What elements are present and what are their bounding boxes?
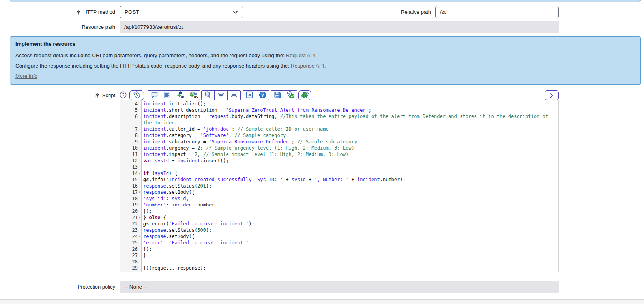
line-number: 11: [120, 151, 138, 158]
syntax-check-button[interactable]: [284, 90, 297, 100]
code-line-19: 19'number': incident.number: [120, 202, 558, 208]
code-text[interactable]: [142, 164, 552, 170]
line-number: 9: [120, 139, 138, 145]
line-number: 8: [120, 132, 138, 139]
script-code-editor[interactable]: 4incident.initialize();5incident.short_d…: [120, 100, 559, 272]
response-api-link[interactable]: Response API: [291, 63, 324, 69]
debug-button[interactable]: [298, 90, 311, 100]
more-info-link[interactable]: More info: [15, 73, 37, 79]
line-number: 15: [120, 176, 138, 183]
code-line-24: 24▾response.setBody({: [120, 233, 558, 240]
toolbar-button-group: [201, 90, 241, 100]
open-window-icon: [246, 91, 253, 99]
relative-path-label: Relative path: [316, 6, 431, 18]
code-text[interactable]: 'number': incident.number: [142, 202, 552, 208]
http-method-select[interactable]: POST: [120, 6, 243, 18]
code-line-11: 11incident.impact = 2; // Sample impact …: [120, 151, 558, 158]
code-text[interactable]: } else {: [142, 214, 552, 221]
code-line-25: 25'error': 'Failed to create incident.': [120, 240, 558, 246]
code-line-8: 8incident.category = 'Software'; // Samp…: [120, 132, 558, 139]
expand-editor-button[interactable]: [545, 90, 559, 100]
http-method-label: HTTP method: [0, 6, 115, 18]
line-number: 25: [120, 240, 138, 246]
code-line-7: 7incident.caller_id = 'john.doe'; // Sam…: [120, 126, 558, 132]
code-text[interactable]: incident.category = 'Software'; // Sampl…: [142, 132, 552, 139]
api-help-button[interactable]: ?: [256, 90, 269, 100]
code-text[interactable]: gs.error('Failed to create incident.');: [142, 221, 552, 227]
search-icon: [204, 91, 212, 100]
top-info-banner-partial: [10, 0, 641, 2]
help-circle-icon[interactable]: ?: [120, 91, 127, 98]
code-text[interactable]: response.setStatus(201);: [142, 183, 552, 189]
svg-text:ac: ac: [194, 94, 198, 98]
chevron-right-icon: [549, 93, 554, 98]
line-number: 20: [120, 208, 138, 214]
code-text[interactable]: });: [142, 246, 552, 252]
scripted-rest-resource-form: HTTP method POST Relative path /zt Resou…: [0, 0, 644, 304]
code-text[interactable]: incident.short_description = 'Superna Ze…: [142, 107, 552, 113]
code-text[interactable]: gs.info('Incident created successfully. …: [142, 176, 552, 183]
code-text[interactable]: incident.urgency = 2; // Sample urgency …: [142, 145, 552, 151]
code-text[interactable]: response.setBody({: [142, 233, 552, 240]
code-text[interactable]: incident.caller_id = 'john.doe'; // Samp…: [142, 126, 552, 132]
code-line-26: 26});: [120, 246, 558, 252]
code-text[interactable]: });: [142, 208, 552, 214]
save-script-button[interactable]: [271, 90, 284, 100]
comment-icon: [151, 92, 158, 99]
fold-toggle-icon[interactable]: ▾: [138, 170, 142, 176]
fold-toggle-icon[interactable]: ▾: [138, 233, 142, 240]
find-previous-button[interactable]: [227, 90, 241, 100]
script-label: Script: [0, 90, 115, 100]
line-number: 14: [120, 170, 138, 176]
code-line-21: 21▾} else {: [120, 214, 558, 221]
code-line-14: 14▾if (sysId) {: [120, 170, 558, 176]
open-in-window-button[interactable]: [243, 90, 256, 100]
code-line-22: 22gs.error('Failed to create incident.')…: [120, 221, 558, 227]
replace-button[interactable]: abac: [174, 90, 187, 100]
relative-path-input[interactable]: /zt: [435, 6, 559, 18]
line-number: 12: [120, 158, 138, 164]
line-number: 24: [120, 233, 138, 240]
code-text[interactable]: })(request, response);: [142, 265, 552, 271]
code-line-9: 9incident.subcategory = 'Superna Ransomw…: [120, 139, 558, 145]
code-text[interactable]: response.setBody({: [142, 189, 552, 195]
info-box-line-2: Configure the response including setting…: [15, 61, 635, 71]
code-text[interactable]: incident.subcategory = 'Superna Ransomwa…: [142, 139, 552, 145]
format-code-button[interactable]: [161, 90, 174, 100]
code-text[interactable]: [142, 259, 552, 265]
code-text[interactable]: if (sysId) {: [142, 170, 552, 176]
code-text[interactable]: incident.initialize();: [142, 101, 552, 107]
fold-toggle-icon[interactable]: ▾: [138, 189, 142, 195]
code-line-29: 29})(request, response);: [120, 265, 558, 271]
code-text[interactable]: response.setStatus(500);: [142, 227, 552, 233]
code-text[interactable]: }: [142, 252, 552, 259]
chevron-down-icon: [233, 11, 238, 14]
code-text[interactable]: incident.impact = 2; // Sample impact le…: [142, 151, 552, 158]
replace-all-button[interactable]: abac: [187, 90, 200, 100]
code-text[interactable]: incident.description = request.body.data…: [142, 113, 552, 126]
scripting-assistance-button[interactable]: [129, 90, 144, 100]
replace-all-icon: abac: [189, 91, 198, 100]
line-number: 23: [120, 227, 138, 233]
line-number: 26: [120, 246, 138, 252]
line-number: 17: [120, 189, 138, 195]
code-line-10: 10incident.urgency = 2; // Sample urgenc…: [120, 145, 558, 151]
code-line-12: 12var sysId = incident.insert();: [120, 158, 558, 164]
code-text[interactable]: 'sys_id': sysId,: [142, 195, 552, 202]
toolbar-button-group: [271, 90, 297, 100]
replace-icon: abac: [176, 91, 184, 100]
toggle-comment-button[interactable]: [148, 90, 161, 100]
find-next-button[interactable]: [214, 90, 228, 100]
info-box-title: Implement the resource: [15, 41, 635, 47]
svg-text:?: ?: [122, 92, 124, 97]
search-button[interactable]: [201, 90, 215, 100]
code-line-16: 16response.setStatus(201);: [120, 183, 558, 189]
code-text[interactable]: var sysId = incident.insert();: [142, 158, 552, 164]
code-text[interactable]: 'error': 'Failed to create incident.': [142, 240, 552, 246]
resource-path-field: /api/1077933/zerotrust/zt: [120, 21, 559, 33]
request-api-link[interactable]: Request API: [286, 53, 315, 58]
line-number: 4: [120, 101, 138, 107]
fold-toggle-icon[interactable]: ▾: [138, 214, 142, 221]
mandatory-icon: [76, 10, 81, 15]
find-previous-icon: [231, 92, 237, 98]
